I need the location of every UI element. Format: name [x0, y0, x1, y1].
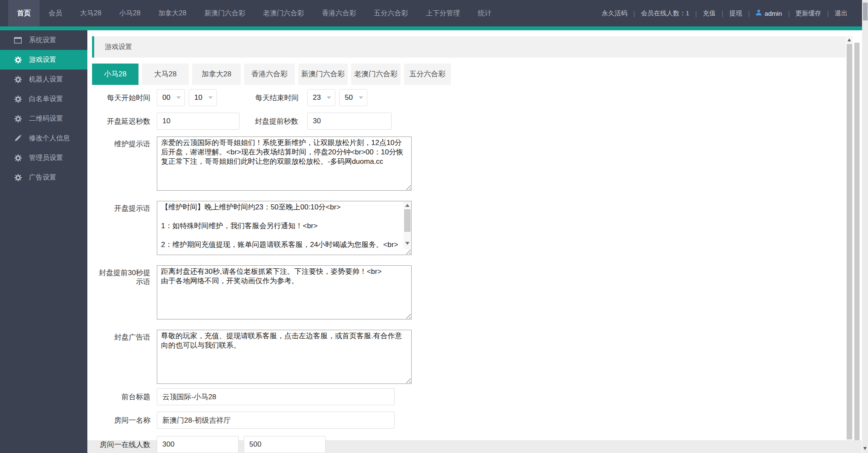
sidebar-item-label: 白名单设置	[29, 95, 63, 104]
textarea-scrollbar[interactable]	[404, 201, 411, 249]
window-scrollbar[interactable]	[862, 0, 868, 453]
refresh-cache-link[interactable]: 更新缓存	[790, 9, 827, 17]
open-notice-textarea[interactable]: 【维护时间】晚上维护时间约23：50至晚上00:10分<br> 1：如特殊时间维…	[157, 201, 412, 255]
perma-code-link[interactable]: 永久活码	[596, 9, 633, 17]
window-icon	[14, 36, 22, 44]
seconds-row: 开盘延迟秒数 封盘提前秒数	[92, 113, 846, 130]
nav-item-old-macau-lottery[interactable]: 老澳门六合彩	[254, 0, 313, 26]
sidebar-item-edit-profile[interactable]: 修改个人信息	[0, 128, 87, 148]
gear-icon	[14, 76, 22, 83]
gear-icon	[14, 95, 22, 103]
frame-scrollbar[interactable]	[854, 43, 860, 440]
sidebar-item-system-settings[interactable]: 系统设置	[0, 30, 87, 50]
end-minute-select[interactable]: 50	[339, 89, 367, 106]
close-30s-notice-textarea[interactable]: 距离封盘还有30秒,请各位老板抓紧下注。下注要快，姿势要帅！<br> 由于各地网…	[157, 265, 412, 319]
sidebar-item-label: 广告设置	[29, 173, 56, 182]
nav-item-new-macau-lottery[interactable]: 新澳门六合彩	[195, 0, 254, 26]
scroll-down-icon[interactable]	[863, 447, 867, 450]
nav-item-5min-lottery[interactable]: 五分六合彩	[365, 0, 417, 26]
game-settings-form: 每天开始时间 00 10 每天结束时间 23 50	[92, 89, 846, 453]
start-minute-select[interactable]: 10	[189, 89, 217, 106]
start-hour-select[interactable]: 00	[157, 89, 185, 106]
recharge-link[interactable]: 充值	[697, 9, 722, 17]
tab-old-macau-lottery[interactable]: 老澳门六合彩	[351, 64, 401, 85]
front-title-label: 前台标题	[92, 392, 157, 401]
nav-item-home[interactable]: 首页	[8, 0, 40, 26]
tab-canada28[interactable]: 加拿大28	[192, 64, 241, 85]
sidebar-item-whitelist-settings[interactable]: 白名单设置	[0, 89, 87, 109]
room1-online-label: 房间一在线人数	[92, 440, 157, 449]
tab-new-macau-lottery[interactable]: 新澳门六合彩	[298, 64, 348, 85]
open-notice-label: 开盘提示语	[92, 201, 157, 213]
chevron-down-icon	[327, 96, 331, 99]
maintain-notice-textarea[interactable]: 亲爱的云顶国际的哥哥姐姐们！系统更新维护，让双眼放松片刻，12点10分后开盘，谢…	[157, 136, 412, 191]
person-icon	[756, 9, 762, 17]
sidebar: 系统设置 游戏设置 机器人设置 白名单设置 二维码设置	[0, 30, 87, 453]
sidebar-item-label: 管理员设置	[29, 154, 63, 163]
sidebar-item-ad-settings[interactable]: 广告设置	[0, 168, 87, 187]
close-ad-textarea[interactable]: 尊敬的玩家，充值、提现请联系客服，点击左边客服，或首页客服.有合作意向的也可以与…	[157, 330, 412, 384]
room1-name-input[interactable]	[157, 412, 395, 429]
username-text: admin	[764, 10, 782, 17]
open-notice-row: 开盘提示语 【维护时间】晚上维护时间约23：50至晚上00:10分<br> 1：…	[92, 201, 846, 255]
tab-xiaoma28[interactable]: 小马28	[92, 64, 138, 85]
front-title-input[interactable]	[157, 388, 395, 405]
nav-item-xiaoma28[interactable]: 小马28	[110, 0, 150, 26]
scrollbar-thumb[interactable]	[847, 44, 852, 439]
sidebar-item-robot-settings[interactable]: 机器人设置	[0, 70, 87, 89]
sidebar-item-label: 机器人设置	[29, 75, 63, 84]
sidebar-item-qrcode-settings[interactable]: 二维码设置	[0, 109, 87, 128]
scrollbar-thumb[interactable]	[404, 209, 410, 232]
start-minute-value: 10	[194, 93, 202, 102]
nav-item-members[interactable]: 会员	[40, 0, 71, 26]
gear-icon	[14, 174, 22, 181]
nav-item-hk-lottery[interactable]: 香港六合彩	[313, 0, 365, 26]
sidebar-item-admin-settings[interactable]: 管理员设置	[0, 148, 87, 168]
scrollbar-thumb[interactable]	[854, 43, 859, 440]
sidebar-item-label: 二维码设置	[29, 114, 63, 123]
room1-online-min-input[interactable]	[157, 436, 239, 453]
top-nav-menu: 首页 会员 大马28 小马28 加拿大28 新澳门六合彩 老澳门六合彩 香港六合…	[0, 0, 500, 26]
gear-icon	[14, 115, 22, 122]
start-hour-value: 00	[162, 93, 170, 102]
sidebar-item-label: 游戏设置	[29, 55, 56, 64]
room1-online-row: 房间一在线人数	[92, 436, 846, 453]
close-advance-label: 封盘提前秒数	[239, 116, 298, 126]
withdraw-link[interactable]: 提现	[723, 9, 748, 17]
pencil-icon	[14, 134, 22, 142]
nav-item-canada28[interactable]: 加拿大28	[150, 0, 196, 26]
scrollbar-thumb[interactable]	[863, 3, 868, 20]
nav-item-updown-manage[interactable]: 上下分管理	[417, 0, 469, 26]
scroll-up-icon[interactable]	[405, 204, 409, 207]
end-hour-select[interactable]: 23	[307, 89, 335, 106]
end-hour-value: 23	[313, 93, 321, 102]
close-30s-notice-label: 封盘提前30秒提示语	[92, 265, 157, 286]
open-delay-input[interactable]	[157, 113, 239, 130]
tab-dama28[interactable]: 大马28	[142, 64, 189, 85]
user-menu[interactable]: admin	[750, 9, 788, 17]
room1-online-max-input[interactable]	[244, 436, 326, 453]
close-advance-input[interactable]	[307, 113, 392, 130]
close-ad-label: 封盘广告语	[92, 330, 157, 342]
gear-icon	[14, 154, 22, 162]
nav-item-dama28[interactable]: 大马28	[71, 0, 110, 26]
scroll-up-icon[interactable]	[848, 38, 851, 41]
nav-item-stats[interactable]: 统计	[469, 0, 500, 26]
tab-5min-lottery[interactable]: 五分六合彩	[404, 64, 451, 85]
tab-hk-lottery[interactable]: 香港六合彩	[244, 64, 295, 85]
room1-name-row: 房间一名称	[92, 412, 846, 429]
content-scrollbar[interactable]	[846, 36, 853, 440]
front-title-row: 前台标题	[92, 388, 846, 405]
gear-icon	[14, 56, 22, 64]
logout-link[interactable]: 退出	[829, 9, 854, 17]
online-count-text: 会员在线人数：1	[635, 9, 695, 17]
open-delay-label: 开盘延迟秒数	[92, 117, 157, 126]
top-nav-user-area: 永久活码 | 会员在线人数：1 | 充值 | 提现 | admin | 更新缓存…	[596, 0, 854, 26]
game-tabs: 小马28 大马28 加拿大28 香港六合彩 新澳门六合彩 老澳门六合彩 五分六合…	[92, 64, 846, 85]
time-row: 每天开始时间 00 10 每天结束时间 23 50	[92, 89, 846, 106]
scroll-down-icon[interactable]	[405, 242, 409, 245]
top-navbar: 首页 会员 大马28 小马28 加拿大28 新澳门六合彩 老澳门六合彩 香港六合…	[0, 0, 868, 26]
close-30s-notice-row: 封盘提前30秒提示语 距离封盘还有30秒,请各位老板抓紧下注。下注要快，姿势要帅…	[92, 265, 846, 319]
sidebar-item-game-settings[interactable]: 游戏设置	[0, 50, 87, 70]
main-content: 游戏设置 小马28 大马28 加拿大28 香港六合彩 新澳门六合彩 老澳门六合彩…	[92, 36, 846, 453]
